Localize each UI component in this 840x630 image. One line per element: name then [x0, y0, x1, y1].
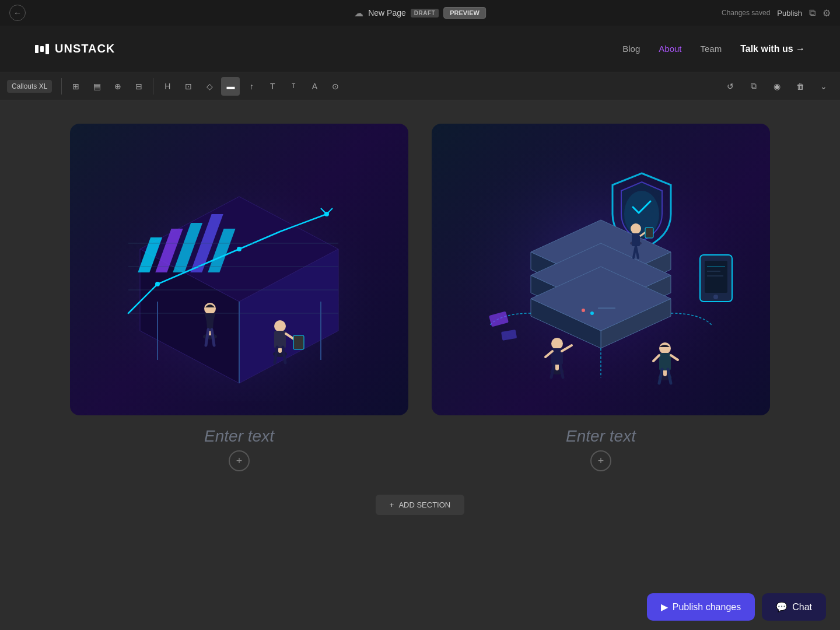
svg-rect-51 [598, 307, 615, 309]
add-section-label: ADD SECTION [398, 501, 450, 509]
toolbar-undo-btn[interactable]: ↺ [721, 77, 740, 96]
toolbar-move-btn[interactable]: ⊕ [108, 77, 127, 96]
add-content-btn-1[interactable]: + [229, 450, 250, 471]
logo-bar-2 [40, 46, 44, 52]
svg-point-50 [590, 312, 594, 315]
toolbar: Callouts XL ⊞ ▤ ⊕ ⊟ H ⊡ ◇ ▬ ↑ T T A ⊙ ↺ … [0, 72, 840, 100]
chat-button[interactable]: 💬 Chat [762, 593, 826, 621]
logo-text: UNSTACK [55, 42, 115, 55]
chat-label: Chat [792, 602, 812, 612]
nav-cta-button[interactable]: Talk with us → [740, 44, 805, 54]
callout-image-analytics[interactable] [70, 124, 408, 415]
svg-point-33 [624, 191, 659, 237]
enter-text-1[interactable]: Enter text [204, 427, 274, 446]
svg-point-26 [274, 320, 286, 332]
publish-changes-label: Publish changes [673, 602, 741, 612]
callout-image-security[interactable] [432, 124, 770, 415]
svg-point-70 [659, 342, 671, 354]
site-logo: UNSTACK [35, 42, 115, 55]
add-content-btn-2[interactable]: + [590, 450, 611, 471]
toolbar-highlight-btn[interactable]: ▬ [221, 77, 240, 96]
toolbar-divider-2 [153, 78, 153, 94]
svg-rect-71 [659, 353, 671, 370]
toolbar-text-bold-btn[interactable]: T [263, 77, 282, 96]
top-bar-left: ← [9, 5, 26, 21]
site-nav: Blog About Team Talk with us → [622, 44, 805, 54]
draft-badge: DRAFT [411, 9, 439, 18]
svg-rect-78 [632, 233, 640, 246]
top-bar-center: ☁ New Page DRAFT PREVIEW [354, 7, 486, 19]
settings-icon[interactable]: ⚙ [822, 8, 831, 19]
publish-top-button[interactable]: Publish [777, 9, 802, 18]
svg-point-77 [631, 223, 641, 234]
logo-icon [35, 44, 49, 54]
toolbar-layout-btn[interactable]: ▤ [88, 77, 106, 96]
callout-grid: Enter text + [70, 124, 770, 471]
add-section-button[interactable]: + ADD SECTION [376, 495, 464, 515]
toolbar-visibility-btn[interactable]: ◉ [768, 77, 786, 96]
preview-button[interactable]: PREVIEW [443, 7, 486, 19]
enter-text-2[interactable]: Enter text [566, 427, 636, 446]
top-bar: ← ☁ New Page DRAFT PREVIEW Changes saved… [0, 0, 840, 26]
top-bar-right: Changes saved Publish ⧉ ⚙ [722, 8, 831, 19]
back-button[interactable]: ← [9, 5, 26, 21]
toolbar-grid-btn[interactable]: ⊞ [66, 77, 85, 96]
toolbar-heading-btn[interactable]: H [158, 77, 177, 96]
changes-saved-label: Changes saved [722, 9, 770, 17]
publish-icon: ▶ [661, 601, 668, 612]
toolbar-columns-btn[interactable]: ⊟ [130, 77, 148, 96]
nav-item-blog[interactable]: Blog [622, 44, 640, 54]
toolbar-image-btn[interactable]: ⊡ [179, 77, 198, 96]
logo-bar-1 [35, 45, 38, 53]
toolbar-duplicate-btn[interactable]: ⧉ [744, 77, 763, 96]
svg-rect-53 [705, 261, 727, 293]
svg-point-9 [155, 282, 160, 286]
nav-item-about[interactable]: About [659, 44, 681, 54]
svg-point-49 [582, 309, 585, 312]
svg-point-62 [551, 338, 563, 349]
callout-text-1: Enter text + [204, 427, 274, 471]
security-svg [449, 138, 753, 401]
page-title: New Page [368, 8, 406, 18]
chat-icon: 💬 [776, 601, 788, 612]
analytics-svg [87, 138, 391, 401]
analytics-illustration [70, 124, 408, 415]
svg-point-57 [713, 295, 718, 299]
main-content: Enter text + [0, 100, 840, 625]
svg-rect-27 [274, 331, 286, 348]
section-label: Callouts XL [7, 80, 52, 93]
bottom-bar: ▶ Publish changes 💬 Chat [633, 584, 840, 630]
add-section-bar: + ADD SECTION [47, 495, 793, 515]
add-section-icon: + [390, 501, 394, 509]
toolbar-expand-btn[interactable]: ⌄ [814, 77, 833, 96]
toolbar-copy-btn[interactable]: ⊙ [326, 77, 345, 96]
toolbar-divider-1 [61, 78, 62, 94]
callout-card-1: Enter text + [70, 124, 408, 471]
toolbar-upload-btn[interactable]: ↑ [242, 77, 261, 96]
toolbar-right: ↺ ⧉ ◉ 🗑 ⌄ [721, 77, 833, 96]
callout-card-2: Enter text + [432, 124, 770, 471]
logo-bar-3 [46, 44, 49, 54]
nav-item-team[interactable]: Team [700, 44, 722, 54]
security-illustration [432, 124, 770, 415]
site-navbar: UNSTACK Blog About Team Talk with us → [0, 26, 840, 72]
publish-changes-button[interactable]: ▶ Publish changes [647, 593, 755, 621]
duplicate-icon[interactable]: ⧉ [809, 8, 816, 18]
svg-rect-29 [293, 335, 304, 349]
toolbar-color-btn[interactable]: A [305, 77, 324, 96]
toolbar-shape-btn[interactable]: ◇ [200, 77, 219, 96]
callout-text-2: Enter text + [566, 427, 636, 471]
svg-rect-82 [645, 228, 653, 238]
page-icon: ☁ [354, 8, 363, 19]
toolbar-delete-btn[interactable]: 🗑 [791, 77, 810, 96]
toolbar-text-small-btn[interactable]: T [284, 77, 303, 96]
svg-point-10 [237, 247, 242, 251]
